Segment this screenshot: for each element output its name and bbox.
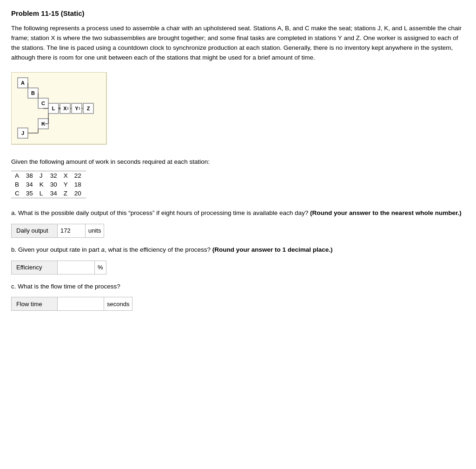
svg-text:C: C	[41, 100, 45, 106]
svg-text:A: A	[21, 80, 25, 86]
table-row: A 38 J 32 X 22	[11, 171, 86, 180]
station-y-label: Y	[62, 180, 73, 189]
svg-text:X: X	[63, 106, 67, 111]
daily-output-input[interactable]	[58, 224, 86, 238]
station-z-value: 20	[73, 189, 86, 198]
intro-paragraph: The following represents a process used …	[11, 24, 465, 63]
process-diagram: A B C L X Y	[11, 72, 465, 148]
question-b-prefix: b. Given your output rate in part a, wha…	[11, 246, 212, 253]
svg-text:B: B	[31, 90, 35, 96]
svg-text:J: J	[21, 130, 24, 136]
question-a-prefix: a. What is the possible daily output of …	[11, 209, 308, 216]
page-title: Problem 11-15 (Static)	[11, 9, 465, 17]
station-j-value: 32	[48, 171, 62, 180]
flow-time-unit: seconds	[104, 297, 132, 311]
question-a-answer-row: Daily output units	[11, 224, 465, 238]
given-text: Given the following amount of work in se…	[11, 158, 465, 165]
table-row: B 34 K 30 Y 18	[11, 180, 86, 189]
question-c-answer-row: Flow time seconds	[11, 297, 465, 311]
efficiency-input[interactable]	[58, 261, 95, 275]
question-a-text: a. What is the possible daily output of …	[11, 208, 465, 218]
station-x-label: X	[62, 171, 73, 180]
diagram-svg: A B C L X Y	[11, 72, 109, 147]
question-b-bold: (Round your answer to 1 decimal place.)	[212, 246, 333, 253]
efficiency-label: Efficiency	[11, 261, 58, 275]
station-l-label: L	[38, 189, 48, 198]
table-row: C 35 L 34 Z 20	[11, 189, 86, 198]
station-l-value: 34	[48, 189, 62, 198]
question-b-text: b. Given your output rate in part a, wha…	[11, 245, 465, 255]
station-y-value: 18	[73, 180, 86, 189]
station-b-value: 34	[24, 180, 38, 189]
question-b-answer-row: Efficiency %	[11, 261, 465, 275]
question-a-bold: (Round your answer to the nearest whole …	[310, 209, 462, 216]
station-k-value: 30	[48, 180, 62, 189]
svg-text:Y: Y	[75, 106, 79, 111]
station-k-label: K	[38, 180, 48, 189]
flow-time-label: Flow time	[11, 297, 58, 311]
station-a-value: 38	[24, 171, 38, 180]
daily-output-label: Daily output	[11, 224, 58, 238]
efficiency-unit: %	[95, 261, 106, 275]
daily-output-unit: units	[86, 224, 104, 238]
station-z-label: Z	[62, 189, 73, 198]
flow-time-input[interactable]	[58, 297, 104, 311]
station-a-label: A	[11, 171, 24, 180]
station-b-label: B	[11, 180, 24, 189]
station-c-value: 35	[24, 189, 38, 198]
station-c-label: C	[11, 189, 24, 198]
svg-text:Z: Z	[87, 106, 90, 111]
work-table: A 38 J 32 X 22 B 34 K 30 Y 18 C 35 L 34 …	[11, 171, 86, 198]
svg-text:L: L	[52, 106, 55, 111]
question-c-text: c. What is the flow time of the process?	[11, 282, 465, 292]
station-j-label: J	[38, 171, 48, 180]
station-x-value: 22	[73, 171, 86, 180]
